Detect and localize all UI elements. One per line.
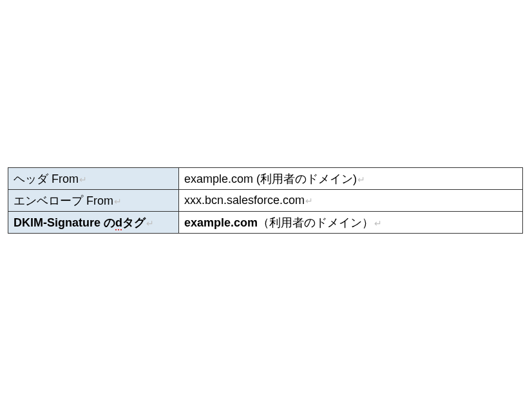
- table: ヘッダ From↵ example.com (利用者のドメイン)↵ エンベロープ…: [8, 167, 523, 234]
- email-domain-table: ヘッダ From↵ example.com (利用者のドメイン)↵ エンベロープ…: [8, 167, 523, 234]
- row-label: ヘッダ From↵: [8, 168, 179, 190]
- value-extra: (利用者のドメイン): [253, 172, 357, 185]
- label-underlined: d: [115, 216, 122, 230]
- label-suffix: タグ: [122, 216, 146, 229]
- row-label: エンベロープ From↵: [8, 190, 179, 212]
- value-extra: （利用者のドメイン）: [258, 216, 374, 229]
- table-row: ヘッダ From↵ example.com (利用者のドメイン)↵: [8, 168, 523, 190]
- label-prefix: DKIM-Signature の: [14, 216, 115, 229]
- row-label: DKIM-Signature のdタグ↵: [8, 212, 179, 234]
- return-icon: ↵: [305, 196, 313, 206]
- row-value: example.com (利用者のドメイン)↵: [179, 168, 523, 190]
- value-main: example.com: [184, 172, 253, 185]
- return-icon: ↵: [79, 174, 87, 185]
- return-icon: ↵: [114, 196, 122, 207]
- return-icon: ↵: [146, 218, 154, 228]
- table-row: エンベロープ From↵ xxx.bcn.salesforce.com↵: [8, 190, 523, 212]
- label-text: エンベロープ From: [14, 194, 113, 207]
- value-main: example.com: [184, 216, 258, 229]
- return-icon: ↵: [357, 174, 365, 185]
- value-main: xxx.bcn.salesforce.com: [184, 194, 305, 207]
- row-value: xxx.bcn.salesforce.com↵: [179, 190, 523, 212]
- row-value: example.com（利用者のドメイン）↵: [179, 212, 523, 234]
- label-text: ヘッダ From: [14, 172, 79, 185]
- table-row: DKIM-Signature のdタグ↵ example.com（利用者のドメイ…: [8, 212, 523, 234]
- return-icon: ↵: [374, 218, 382, 228]
